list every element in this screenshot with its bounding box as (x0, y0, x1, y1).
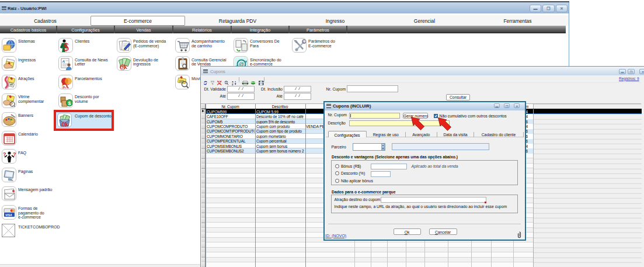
svg-text:$: $ (64, 41, 69, 53)
svg-text:OK: OK (120, 65, 128, 70)
svg-text:A: A (62, 59, 65, 64)
svg-text:?: ? (3, 151, 6, 157)
svg-text:?: ? (13, 151, 16, 157)
svg-text:OK: OK (62, 122, 69, 127)
svg-text:$: $ (68, 100, 71, 106)
svg-text:VISA: VISA (5, 213, 12, 216)
svg-text:Z: Z (232, 83, 234, 85)
svg-text:5X: 5X (62, 83, 69, 89)
